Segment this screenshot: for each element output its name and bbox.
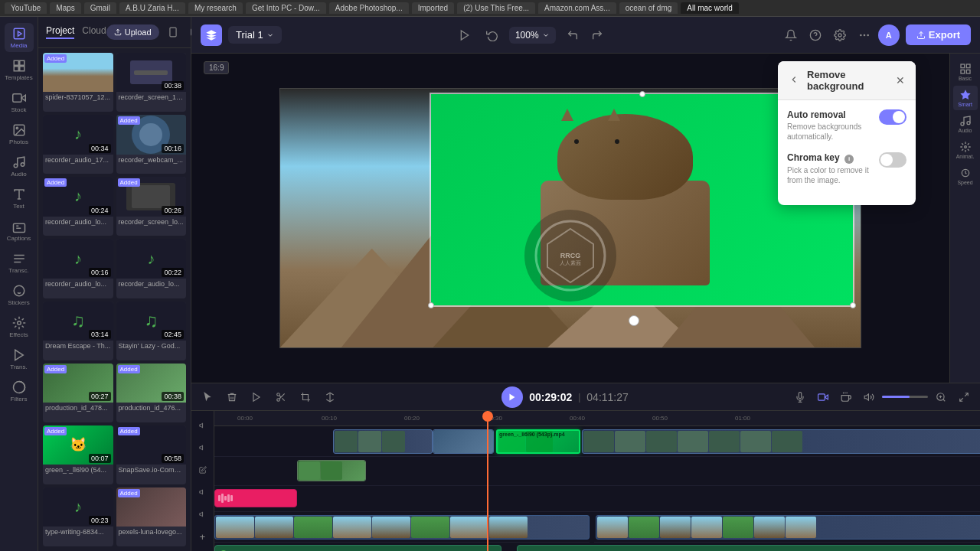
volume-slider[interactable] xyxy=(882,396,928,398)
audio-clip-bottom-1[interactable]: recorder_audio_l699953538204l0_clip_0.aa… xyxy=(214,545,501,551)
clip-food[interactable] xyxy=(333,429,433,454)
media-item[interactable]: Added 00:58 SnapSave.io-Comp... xyxy=(116,425,187,484)
browser-tab-photoshop[interactable]: Adobe Photoshop... xyxy=(329,2,409,14)
sidebar-item-filters[interactable]: Filters xyxy=(5,377,34,406)
right-icon-audio[interactable]: Audio xyxy=(953,112,978,136)
export-button[interactable]: Export xyxy=(906,24,971,45)
sidebar-item-stock[interactable]: Stock xyxy=(5,87,34,116)
sidebar-item-audio[interactable]: Audio xyxy=(5,152,34,181)
browser-tab-abu[interactable]: A.B.U Zaria H... xyxy=(119,2,185,14)
browser-tab-macworld[interactable]: All mac world xyxy=(681,2,738,14)
cut-tool[interactable] xyxy=(271,387,291,407)
media-item[interactable]: Added ♪ 00:24 recorder_audio_lo... xyxy=(43,177,113,236)
browser-tab-ocean[interactable]: ocean of dmg xyxy=(619,2,678,14)
help-icon-btn[interactable] xyxy=(805,24,826,46)
bell-icon-btn[interactable] xyxy=(780,24,802,46)
browser-tab-gmail[interactable]: Gmail xyxy=(84,2,116,14)
right-icon-speed[interactable]: Speed xyxy=(953,164,978,188)
right-icon-basic[interactable]: Basic xyxy=(953,60,978,84)
undo-button[interactable] xyxy=(562,24,583,46)
delete-tool[interactable] xyxy=(222,387,242,407)
landscape-clip-main[interactable] xyxy=(214,515,590,540)
zoom-selector[interactable]: 100% xyxy=(509,27,556,44)
music-clip[interactable] xyxy=(214,489,297,507)
volume-btn[interactable] xyxy=(859,387,879,407)
audio-clip-bottom-2[interactable]: recorder_audio_l699962758699_clip_0.aac xyxy=(517,545,980,551)
track-volume-3[interactable] xyxy=(194,484,211,500)
sidebar-item-photos[interactable]: Photos xyxy=(5,119,34,148)
sidebar-item-effects[interactable]: Effects xyxy=(5,312,34,341)
back-button[interactable] xyxy=(787,73,801,89)
tab-cloud[interactable]: Cloud xyxy=(82,25,106,39)
handle-bottom-right[interactable] xyxy=(850,302,856,308)
media-item[interactable]: ♪ 00:16 recorder_audio_lo... xyxy=(43,239,113,298)
upload-button[interactable]: Upload xyxy=(106,24,159,40)
media-item[interactable]: Added 00:26 recorder_screen_lo... xyxy=(116,177,187,236)
track-add[interactable]: + xyxy=(194,528,211,545)
fullscreen-btn[interactable] xyxy=(954,387,974,407)
browser-tab-youtube2[interactable]: (2) Use This Free... xyxy=(457,2,535,14)
right-icon-animate[interactable]: Animat. xyxy=(953,138,978,162)
browser-tab-getinto[interactable]: Get Into PC - Dow... xyxy=(246,2,326,14)
browser-tab-maps[interactable]: Maps xyxy=(50,2,80,14)
clip-video-2[interactable] xyxy=(433,429,494,454)
cursor-tool[interactable] xyxy=(198,387,217,407)
media-item[interactable]: Added 00:38 production_id_476... xyxy=(116,364,187,422)
media-item[interactable]: ♪ 00:22 recorder_audio_lo... xyxy=(116,239,187,298)
landscape-clip-2[interactable] xyxy=(596,515,980,540)
more-icon-btn[interactable] xyxy=(854,24,875,46)
play-tool[interactable] xyxy=(247,387,266,407)
media-item[interactable]: ♪ 00:23 type-writing-6834... xyxy=(43,487,113,546)
rewind-button[interactable] xyxy=(482,24,503,46)
project-selector[interactable]: Trial 1 xyxy=(228,26,282,44)
track-volume-2[interactable] xyxy=(194,439,211,456)
sidebar-item-transcript[interactable]: Transc. xyxy=(5,248,34,277)
merge-btn[interactable] xyxy=(836,387,856,407)
microphone-btn[interactable] xyxy=(790,387,810,407)
split-tool[interactable] xyxy=(320,387,340,407)
auto-removal-toggle[interactable] xyxy=(879,109,906,125)
media-item[interactable]: ♫ 02:45 Stayin' Lazy - God... xyxy=(116,302,187,360)
browser-tab-research[interactable]: My research xyxy=(188,2,243,14)
timeline-play-button[interactable] xyxy=(501,386,523,408)
crop-tool[interactable] xyxy=(296,387,315,407)
sidebar-item-transitions[interactable]: Trans. xyxy=(5,344,34,373)
browser-tab-imported[interactable]: Imported xyxy=(412,2,454,14)
user-avatar[interactable]: A xyxy=(878,24,900,46)
rotate-handle[interactable] xyxy=(629,315,639,326)
handle-top-center[interactable] xyxy=(639,91,645,97)
media-item[interactable]: Added 00:27 production_id_478... xyxy=(43,364,113,422)
clip-green-kitten[interactable]: green_-_ll6l90 (543p).mp4 xyxy=(496,429,580,454)
close-panel-button[interactable]: ✕ xyxy=(894,73,906,88)
media-item[interactable]: ♪ 00:34 recorder_audio_17... xyxy=(43,115,113,174)
media-item[interactable]: Added pexels-luna-lovego... xyxy=(116,487,187,546)
zoom-in-btn[interactable] xyxy=(931,387,951,407)
handle-bottom-left[interactable] xyxy=(428,302,434,308)
canvas[interactable]: RRCG 人人素面 xyxy=(279,88,861,348)
camera-btn[interactable] xyxy=(813,387,833,407)
tab-project[interactable]: Project xyxy=(46,25,74,39)
settings-icon-btn[interactable] xyxy=(829,24,851,46)
track-volume-4[interactable] xyxy=(194,506,211,523)
right-icon-smart[interactable]: Smart xyxy=(953,86,978,110)
mobile-icon-btn[interactable] xyxy=(164,23,182,41)
chroma-key-toggle[interactable] xyxy=(879,152,906,168)
sidebar-item-stickers[interactable]: Stickers xyxy=(5,280,34,309)
clip-long[interactable] xyxy=(582,429,980,454)
track-edit-2[interactable] xyxy=(194,461,211,478)
sidebar-item-media[interactable]: Media xyxy=(5,23,34,52)
media-item[interactable]: ♫ 03:14 Dream Escape - Th... xyxy=(43,302,113,360)
sidebar-item-templates[interactable]: Templates xyxy=(5,55,34,84)
sidebar-item-text[interactable]: Text xyxy=(5,184,34,213)
media-item[interactable]: 00:38 recorder_screen_17... xyxy=(116,53,187,112)
clip-green-2[interactable] xyxy=(297,460,366,481)
browser-tab-youtube[interactable]: YouTube xyxy=(5,2,47,14)
media-item[interactable]: Added 00:16 recorder_webcam_... xyxy=(116,115,187,174)
track-volume-1[interactable] xyxy=(194,417,211,434)
media-item[interactable]: 🐱 Added 00:07 green_-_ll6l90 (54... xyxy=(43,425,113,484)
browser-tab-amazon[interactable]: Amazon.com Ass... xyxy=(538,2,616,14)
media-item[interactable]: Added spider-8371057_12... xyxy=(43,53,113,112)
redo-button[interactable] xyxy=(586,24,608,46)
sidebar-item-captions[interactable]: Captions xyxy=(5,216,34,245)
play-button[interactable] xyxy=(454,24,475,46)
